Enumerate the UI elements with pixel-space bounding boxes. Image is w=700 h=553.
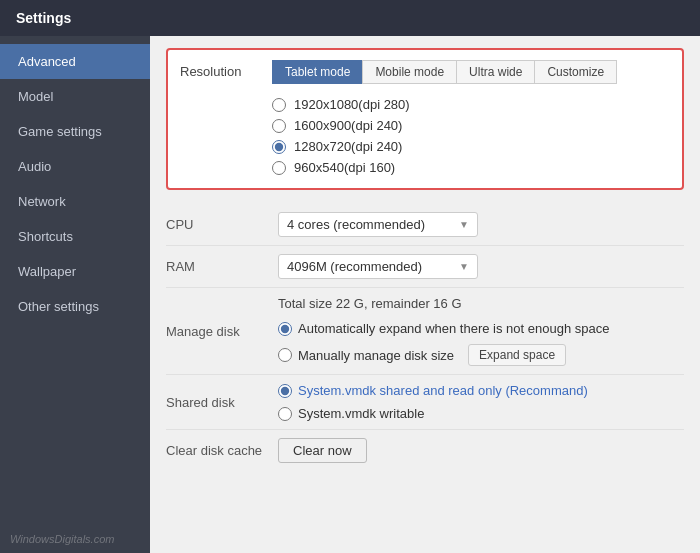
main-content: Resolution Tablet modeMobile modeUltra w… bbox=[150, 36, 700, 553]
resolution-label-r2: 1600x900(dpi 240) bbox=[294, 118, 402, 133]
auto-expand-option: Automatically expand when there is not e… bbox=[278, 321, 684, 336]
writable-label: System.vmdk writable bbox=[298, 406, 424, 421]
ram-label: RAM bbox=[166, 259, 266, 274]
resolution-option-r1: 1920x1080(dpi 280) bbox=[272, 94, 670, 115]
manual-disk-radio[interactable] bbox=[278, 348, 292, 362]
manual-disk-option: Manually manage disk size Expand space bbox=[278, 344, 684, 366]
resolution-radio-r3[interactable] bbox=[272, 140, 286, 154]
ram-value: 4096M (recommended) bbox=[287, 259, 422, 274]
resolution-option-r3: 1280x720(dpi 240) bbox=[272, 136, 670, 157]
writable-option: System.vmdk writable bbox=[278, 406, 684, 421]
cpu-row: CPU 4 cores (recommended) ▼ bbox=[166, 204, 684, 246]
sidebar-item-wallpaper[interactable]: Wallpaper bbox=[0, 254, 150, 289]
manage-disk-label: Manage disk bbox=[166, 324, 266, 339]
resolution-options: 1920x1080(dpi 280)1600x900(dpi 240)1280x… bbox=[272, 94, 670, 178]
cpu-content: 4 cores (recommended) ▼ bbox=[278, 212, 684, 237]
auto-expand-radio[interactable] bbox=[278, 322, 292, 336]
mode-buttons: Tablet modeMobile modeUltra wideCustomiz… bbox=[272, 60, 670, 84]
manage-disk-content: Total size 22 G, remainder 16 G Automati… bbox=[278, 296, 684, 366]
mode-btn-mobile[interactable]: Mobile mode bbox=[362, 60, 456, 84]
sidebar-item-advanced[interactable]: Advanced bbox=[0, 44, 150, 79]
resolution-radio-r2[interactable] bbox=[272, 119, 286, 133]
sidebar-item-other-settings[interactable]: Other settings bbox=[0, 289, 150, 324]
clear-disk-label: Clear disk cache bbox=[166, 443, 266, 458]
title-bar: Settings bbox=[0, 0, 700, 36]
expand-space-button[interactable]: Expand space bbox=[468, 344, 566, 366]
shared-read-option: System.vmdk shared and read only (Recomm… bbox=[278, 383, 684, 398]
resolution-box: Resolution Tablet modeMobile modeUltra w… bbox=[166, 48, 684, 190]
resolution-option-r4: 960x540(dpi 160) bbox=[272, 157, 670, 178]
mode-btn-tablet[interactable]: Tablet mode bbox=[272, 60, 362, 84]
shared-read-radio[interactable] bbox=[278, 384, 292, 398]
cpu-value: 4 cores (recommended) bbox=[287, 217, 425, 232]
sidebar-item-network[interactable]: Network bbox=[0, 184, 150, 219]
clear-disk-row: Clear disk cache Clear now bbox=[166, 430, 684, 471]
clear-disk-content: Clear now bbox=[278, 438, 684, 463]
writable-radio[interactable] bbox=[278, 407, 292, 421]
auto-expand-label: Automatically expand when there is not e… bbox=[298, 321, 609, 336]
shared-disk-label: Shared disk bbox=[166, 395, 266, 410]
ram-content: 4096M (recommended) ▼ bbox=[278, 254, 684, 279]
ram-row: RAM 4096M (recommended) ▼ bbox=[166, 246, 684, 288]
mode-btn-customize[interactable]: Customize bbox=[534, 60, 617, 84]
resolution-option-r2: 1600x900(dpi 240) bbox=[272, 115, 670, 136]
resolution-label-r4: 960x540(dpi 160) bbox=[294, 160, 395, 175]
sidebar-item-audio[interactable]: Audio bbox=[0, 149, 150, 184]
resolution-content: Tablet modeMobile modeUltra wideCustomiz… bbox=[272, 60, 670, 178]
shared-disk-row: Shared disk System.vmdk shared and read … bbox=[166, 375, 684, 430]
clear-now-button[interactable]: Clear now bbox=[278, 438, 367, 463]
content-area: AdvancedModelGame settingsAudioNetworkSh… bbox=[0, 36, 700, 553]
resolution-row: Resolution Tablet modeMobile modeUltra w… bbox=[180, 60, 670, 178]
window-title: Settings bbox=[16, 10, 71, 26]
sidebar: AdvancedModelGame settingsAudioNetworkSh… bbox=[0, 36, 150, 553]
disk-info: Total size 22 G, remainder 16 G bbox=[278, 296, 684, 311]
resolution-radio-r4[interactable] bbox=[272, 161, 286, 175]
ram-select[interactable]: 4096M (recommended) ▼ bbox=[278, 254, 478, 279]
manual-disk-label: Manually manage disk size bbox=[298, 348, 454, 363]
sidebar-item-shortcuts[interactable]: Shortcuts bbox=[0, 219, 150, 254]
sidebar-item-game-settings[interactable]: Game settings bbox=[0, 114, 150, 149]
shared-disk-content: System.vmdk shared and read only (Recomm… bbox=[278, 383, 684, 421]
resolution-label: Resolution bbox=[180, 60, 260, 79]
resolution-label-r3: 1280x720(dpi 240) bbox=[294, 139, 402, 154]
cpu-select[interactable]: 4 cores (recommended) ▼ bbox=[278, 212, 478, 237]
settings-window: Settings AdvancedModelGame settingsAudio… bbox=[0, 0, 700, 553]
ram-arrow-icon: ▼ bbox=[459, 261, 469, 272]
sidebar-item-model[interactable]: Model bbox=[0, 79, 150, 114]
manage-disk-row: Manage disk Total size 22 G, remainder 1… bbox=[166, 288, 684, 375]
resolution-label-r1: 1920x1080(dpi 280) bbox=[294, 97, 410, 112]
resolution-radio-r1[interactable] bbox=[272, 98, 286, 112]
cpu-label: CPU bbox=[166, 217, 266, 232]
shared-read-label: System.vmdk shared and read only (Recomm… bbox=[298, 383, 588, 398]
cpu-arrow-icon: ▼ bbox=[459, 219, 469, 230]
mode-btn-ultra[interactable]: Ultra wide bbox=[456, 60, 534, 84]
